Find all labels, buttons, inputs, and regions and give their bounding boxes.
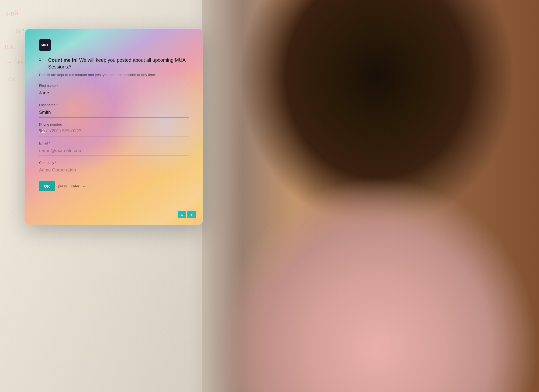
- first-name-input[interactable]: [39, 89, 189, 98]
- logo-text: MUA: [42, 43, 49, 47]
- last-name-input[interactable]: [39, 109, 189, 118]
- email-label: Email *: [39, 141, 189, 145]
- flag-emoji: 🇺🇸: [39, 128, 45, 134]
- phone-input[interactable]: [50, 128, 189, 134]
- flag-chevron-icon: ▾: [46, 130, 47, 133]
- last-name-label: Last name *: [39, 103, 189, 107]
- first-name-label: First name *: [39, 84, 189, 88]
- phone-label: Phone number: [39, 122, 189, 126]
- nav-up-button[interactable]: ▲: [178, 211, 186, 218]
- ok-button[interactable]: OK: [39, 181, 55, 191]
- phone-row: 🇺🇸 ▾: [39, 128, 189, 136]
- logo: MUA: [39, 39, 51, 51]
- svg-text:t5s: t5s: [8, 75, 15, 82]
- enter-key: Enter: [71, 184, 80, 188]
- svg-text:a/n6: a/n6: [5, 8, 19, 18]
- step-number: 1: [39, 57, 41, 61]
- enter-hint: press Enter ↵: [58, 184, 86, 188]
- svg-text:1h/k,: 1h/k,: [4, 44, 15, 50]
- nav-down-button[interactable]: ▼: [187, 211, 196, 218]
- nav-arrows: ▲ ▼: [178, 211, 196, 218]
- last-name-field: Last name *: [39, 103, 189, 118]
- step-title: Count me in! We will keep you posted abo…: [48, 57, 189, 70]
- svg-text:→ 5es: → 5es: [5, 58, 23, 66]
- flag-selector[interactable]: 🇺🇸 ▾: [39, 128, 47, 134]
- first-name-field: First name *: [39, 84, 189, 98]
- step-title-bold: Count me in!: [48, 57, 78, 63]
- company-label: Company *: [39, 161, 189, 165]
- phone-field: Phone number 🇺🇸 ▾: [39, 122, 189, 136]
- email-input[interactable]: [39, 147, 189, 156]
- company-field: Company *: [39, 161, 189, 175]
- enter-hint-text: press: [58, 184, 67, 188]
- company-input[interactable]: [39, 166, 189, 175]
- step-subtitle: Emails are kept to a minimum and yes, yo…: [39, 73, 189, 78]
- step-arrow: →: [42, 57, 46, 61]
- person-jacket: [216, 176, 539, 392]
- ok-row: OK press Enter ↵: [39, 181, 189, 191]
- enter-symbol: ↵: [83, 184, 86, 188]
- step-header: 1 → Count me in! We will keep you posted…: [39, 57, 189, 70]
- svg-text:→ to 5e: → to 5e: [8, 27, 27, 35]
- form-card: MUA 1 → Count me in! We will keep you po…: [25, 29, 203, 225]
- email-field: Email *: [39, 141, 189, 156]
